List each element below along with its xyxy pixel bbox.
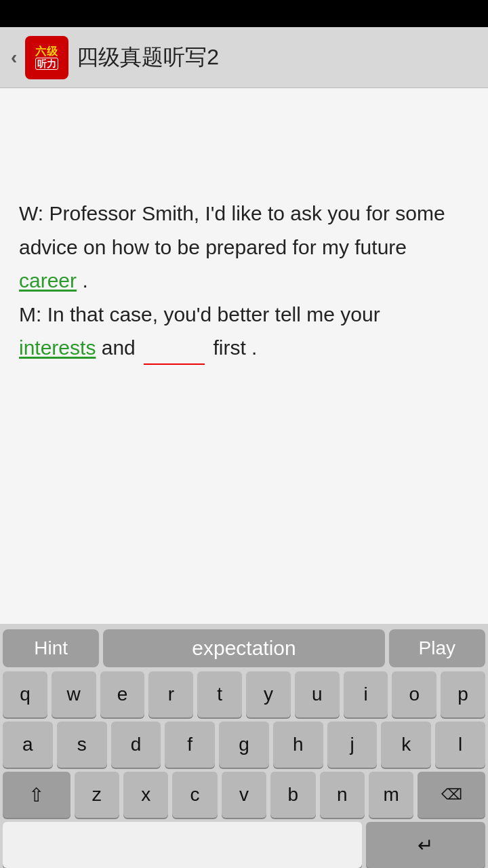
passage-line1: W: Professor Smith, I'd like to ask you … bbox=[19, 202, 445, 258]
key-t[interactable]: t bbox=[197, 671, 242, 717]
key-d[interactable]: d bbox=[111, 722, 161, 768]
delete-key[interactable]: ⌫ bbox=[418, 772, 485, 818]
first-text: first . bbox=[207, 336, 257, 359]
content-area: W: Professor Smith, I'd like to ask you … bbox=[0, 88, 488, 624]
key-q[interactable]: q bbox=[3, 671, 47, 717]
key-u[interactable]: u bbox=[295, 671, 340, 717]
hint-button[interactable]: Hint bbox=[3, 629, 99, 667]
key-n[interactable]: n bbox=[320, 772, 365, 818]
key-c[interactable]: c bbox=[172, 772, 217, 818]
status-bar bbox=[0, 0, 488, 27]
key-row-3: ⇧ z x c v b n m ⌫ bbox=[3, 772, 485, 818]
key-s[interactable]: s bbox=[57, 722, 107, 768]
app-logo: 六级 听力 bbox=[25, 36, 68, 79]
period1: . bbox=[77, 269, 88, 292]
logo-top: 六级 bbox=[35, 45, 58, 58]
key-h[interactable]: h bbox=[273, 722, 323, 768]
key-l[interactable]: l bbox=[435, 722, 485, 768]
key-e[interactable]: e bbox=[100, 671, 145, 717]
word-career: career bbox=[19, 269, 77, 292]
key-m[interactable]: m bbox=[369, 772, 413, 818]
passage-text: W: Professor Smith, I'd like to ask you … bbox=[19, 197, 469, 365]
key-a[interactable]: a bbox=[3, 722, 53, 768]
passage-line2: M: In that case, you'd better tell me yo… bbox=[19, 303, 380, 326]
page-title: 四级真题听写2 bbox=[77, 43, 219, 73]
key-k[interactable]: k bbox=[381, 722, 431, 768]
key-v[interactable]: v bbox=[222, 772, 266, 818]
logo-bottom: 听力 bbox=[35, 58, 58, 71]
answer-input[interactable]: expectation bbox=[103, 629, 384, 667]
key-z[interactable]: z bbox=[75, 772, 119, 818]
key-row-1: q w e r t y u i o p bbox=[3, 671, 485, 717]
key-y[interactable]: y bbox=[246, 671, 291, 717]
blank-field bbox=[144, 363, 205, 365]
enter-key[interactable]: ↵ bbox=[366, 822, 486, 868]
action-row: Hint expectation Play bbox=[3, 629, 485, 667]
key-x[interactable]: x bbox=[123, 772, 168, 818]
key-row-4: ↵ bbox=[3, 822, 485, 868]
play-button[interactable]: Play bbox=[389, 629, 485, 667]
key-o[interactable]: o bbox=[392, 671, 436, 717]
shift-key[interactable]: ⇧ bbox=[3, 772, 70, 818]
key-g[interactable]: g bbox=[219, 722, 269, 768]
key-j[interactable]: j bbox=[327, 722, 378, 768]
key-w[interactable]: w bbox=[52, 671, 96, 717]
keyboard: Hint expectation Play q w e r t y u i o … bbox=[0, 624, 488, 868]
word-interests: interests bbox=[19, 336, 96, 359]
and-text: and bbox=[96, 336, 141, 359]
header: ‹ 六级 听力 四级真题听写2 bbox=[0, 27, 488, 88]
key-row-2: a s d f g h j k l bbox=[3, 722, 485, 768]
key-i[interactable]: i bbox=[344, 671, 388, 717]
key-f[interactable]: f bbox=[165, 722, 215, 768]
key-p[interactable]: p bbox=[441, 671, 485, 717]
key-r[interactable]: r bbox=[148, 671, 193, 717]
key-b[interactable]: b bbox=[270, 772, 315, 818]
space-key[interactable] bbox=[3, 822, 362, 868]
back-icon[interactable]: ‹ bbox=[11, 47, 17, 68]
